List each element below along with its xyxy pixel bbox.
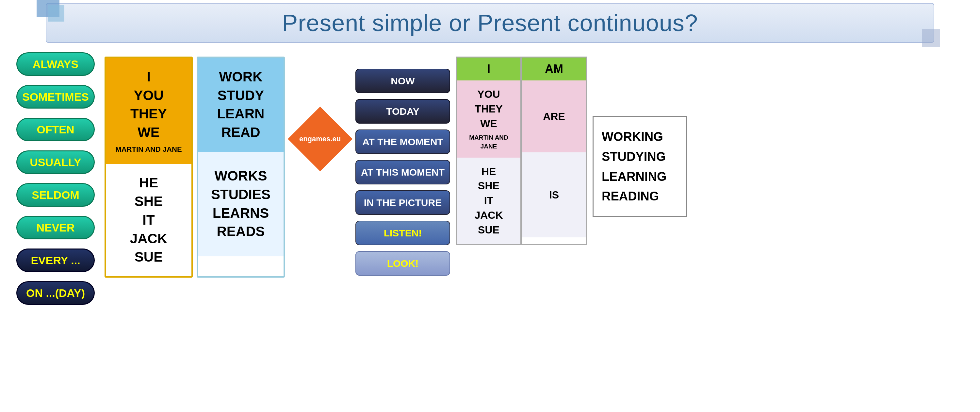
subjects-bottom: HE SHE IT JACK SUE xyxy=(130,174,167,266)
conj-col-verb: AM ARE IS xyxy=(521,57,587,245)
verbs-bottom: WORKS STUDIES LEARNS READS xyxy=(211,167,270,241)
conj-body-top-are: ARE xyxy=(522,80,586,152)
time-look[interactable]: LOOK! xyxy=(355,251,450,276)
time-at-the-moment[interactable]: AT THE MOMENT xyxy=(355,129,450,154)
time-today[interactable]: TODAY xyxy=(355,99,450,124)
conj-header-i: I xyxy=(457,57,520,80)
adverb-on-day[interactable]: ON ...(DAY) xyxy=(16,281,95,305)
diamond-wrapper: engames.eu xyxy=(291,110,350,168)
subject-box: I YOU THEY WE MARTIN AND JANE HE SHE IT … xyxy=(105,57,193,278)
adverb-every[interactable]: EVERY ... xyxy=(16,249,95,272)
adverbs-column: ALWAYS SOMETIMES OFTEN USUALLY SELDOM NE… xyxy=(16,52,95,305)
adverb-usually[interactable]: USUALLY xyxy=(16,150,95,174)
subject-box-top: I YOU THEY WE MARTIN AND JANE xyxy=(106,58,191,164)
time-expressions-column: NOW TODAY AT THE MOMENT AT THIS MOMENT I… xyxy=(355,69,450,276)
verb-box-top: WORK STUDY LEARN READ xyxy=(198,58,283,152)
verb-box-bottom: WORKS STUDIES LEARNS READS xyxy=(198,152,283,256)
deco-square-br xyxy=(922,29,940,47)
time-now[interactable]: NOW xyxy=(355,69,450,93)
conj-body-top-subjects: YOU THEY WE MARTIN AND JANE xyxy=(457,80,520,158)
diamond-text: engames.eu xyxy=(299,134,341,144)
subjects-top: I YOU THEY WE xyxy=(130,68,167,142)
time-listen[interactable]: LISTEN! xyxy=(355,221,450,245)
subject-verb-group: I YOU THEY WE MARTIN AND JANE HE SHE IT … xyxy=(105,57,285,278)
header-banner: Present simple or Present continuous? xyxy=(46,3,934,43)
adverb-seldom[interactable]: SELDOM xyxy=(16,183,95,207)
adverb-sometimes[interactable]: SOMETIMES xyxy=(16,85,95,109)
verbs-top: WORK STUDY LEARN READ xyxy=(217,68,265,142)
subject-box-bottom: HE SHE IT JACK SUE xyxy=(106,164,191,276)
verb-forms-text: WORKING STUDYING LEARNING READING xyxy=(602,130,667,203)
conj-header-am: AM xyxy=(522,57,586,80)
header-area: Present simple or Present continuous? xyxy=(46,3,934,43)
deco-square-tl2 xyxy=(48,5,64,22)
conj-body-bottom-is: IS xyxy=(522,152,586,237)
page-title: Present simple or Present continuous? xyxy=(282,10,698,36)
adverb-often[interactable]: OFTEN xyxy=(16,118,95,141)
conj-body-bottom-subjects: HE SHE IT JACK SUE xyxy=(457,158,520,244)
time-in-the-picture[interactable]: IN THE PICTURE xyxy=(355,190,450,215)
diamond-shape: engames.eu xyxy=(288,107,353,171)
conj-col-subject: I YOU THEY WE MARTIN AND JANE HE SHE IT … xyxy=(456,57,521,245)
verb-forms-box: WORKING STUDYING LEARNING READING xyxy=(593,116,687,217)
conj-are: ARE xyxy=(543,109,565,124)
verb-box: WORK STUDY LEARN READ WORKS STUDIES LEAR… xyxy=(197,57,285,278)
conj-martin-jane: MARTIN AND JANE xyxy=(460,133,517,151)
adverb-never[interactable]: NEVER xyxy=(16,216,95,240)
adverb-always[interactable]: ALWAYS xyxy=(16,52,95,76)
martin-jane-label: MARTIN AND JANE xyxy=(115,145,181,154)
conj-top-subjects: YOU THEY WE xyxy=(475,87,503,131)
conj-is: IS xyxy=(549,188,559,203)
conjugation-table: I YOU THEY WE MARTIN AND JANE HE SHE IT … xyxy=(456,57,587,245)
conj-bottom-subjects: HE SHE IT JACK SUE xyxy=(474,164,503,237)
time-at-this-moment[interactable]: AT THIS MOMENT xyxy=(355,160,450,184)
